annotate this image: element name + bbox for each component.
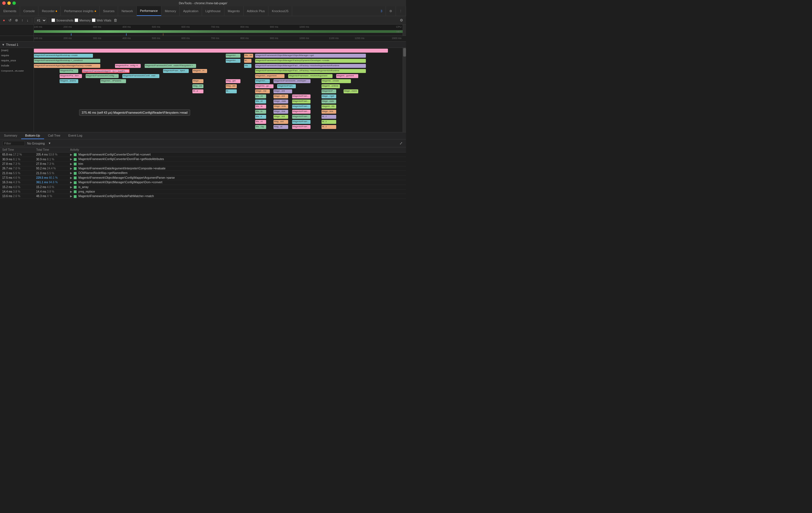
grouping-arrow[interactable]: ▼ — [47, 141, 52, 145]
flame-block-mage-ime[interactable]: Mage...ime — [273, 110, 288, 114]
expand-row-button[interactable]: ▶ — [70, 158, 72, 161]
tab-summary[interactable]: Summary — [0, 132, 21, 139]
flame-block-solve-arg-2[interactable]: Magento\Framew...olvedArgument — [292, 115, 311, 119]
webvitals-checkbox[interactable] — [92, 18, 95, 22]
expand-panel-button[interactable]: ⤢ — [398, 140, 404, 146]
tab-call-tree[interactable]: Call Tree — [44, 132, 64, 139]
flame-block-ma-ray[interactable]: Ma...ray — [255, 125, 266, 129]
expand-row-button[interactable]: ▶ — [70, 167, 72, 170]
flame-blocks-area[interactable]: Magento\Framework\App\Bootstrap::create … — [34, 48, 403, 132]
close-button[interactable] — [2, 1, 6, 5]
tab-performance[interactable]: Performance — [137, 6, 162, 16]
capture-settings-button[interactable]: ⚙ — [399, 18, 404, 23]
flame-block-developer-create[interactable]: Magento\Framework\...eveloper->create — [273, 79, 311, 83]
flame-block-ma-e[interactable]: Ma...e — [255, 115, 266, 119]
flame-block-guments[interactable]: Magento...guments — [255, 84, 273, 88]
flame-block-mage-eate2[interactable]: Mage...eate — [321, 100, 336, 104]
flame-block-ntime-2[interactable]: Magent...untime — [321, 84, 340, 88]
flame-block-ct-mgr-get[interactable]: Magento\Framew...ctManager->get — [292, 94, 311, 99]
window-controls[interactable] — [0, 1, 16, 5]
table-row[interactable]: 16.3 ms 4.3 %361.1 ms 94.6 % ▶ Magento\F… — [0, 180, 406, 185]
download-button[interactable]: ↓ — [25, 18, 30, 23]
flame-block-nparams[interactable]: Magento\...nParams — [100, 79, 126, 83]
flame-block-argument[interactable]: Magento\...argument — [255, 74, 285, 78]
flame-block-gument[interactable]: Magent...gument — [336, 74, 358, 78]
clear-button[interactable]: ⊗ — [14, 18, 19, 23]
expand-row-button[interactable]: ▶ — [70, 186, 72, 189]
filter-input[interactable] — [2, 141, 25, 146]
table-row[interactable]: 30.9 ms 8.1 %30.9 ms 8.1 % ▶ Magento\Fra… — [0, 157, 406, 161]
settings-icon[interactable]: ⚙ — [386, 6, 396, 16]
flame-block-mag-get[interactable]: Mag...get — [226, 79, 240, 83]
tab-recorder[interactable]: Recorder — [38, 6, 61, 16]
flame-block-mt[interactable]: M...t — [321, 115, 336, 119]
thread-expand-icon[interactable]: ▼ — [2, 43, 5, 46]
table-row[interactable]: 13.6 ms 2.6 %48.3 ms X % ▶ Magento\Frame… — [0, 194, 406, 198]
flame-block-create[interactable]: Magento\...>create — [226, 59, 240, 63]
tab-adblock[interactable]: Adblock Plus — [243, 6, 269, 16]
devtools-notif[interactable]: 3 — [377, 6, 386, 16]
expand-row-button[interactable]: ▶ — [70, 162, 72, 165]
flame-block-config-load[interactable]: Magento\Fra...onfig->load — [115, 64, 141, 68]
tab-magento[interactable]: Magento — [224, 6, 243, 16]
screenshots-checkbox-label[interactable]: Screenshots — [51, 18, 74, 22]
th-activity[interactable]: Activity — [68, 147, 406, 153]
table-row[interactable]: 15.2 ms 4.0 %15.2 ms 4.0 % ▶ is_array — [0, 185, 406, 189]
flame-block-mag-ize[interactable]: Mag...ize — [193, 84, 203, 88]
tab-event-log[interactable]: Event Log — [64, 132, 86, 139]
flame-block-config-load-2[interactable]: Magento\Framework\Config->load — [86, 74, 119, 78]
flame-block-mage-ent-2[interactable]: Mage...ent — [273, 115, 288, 119]
more-icon[interactable]: ⋮ — [396, 6, 406, 16]
scrollbar-thumb[interactable] — [403, 48, 406, 57]
flame-block-mage-eate[interactable]: Mage...eate — [273, 100, 288, 104]
tab-memory[interactable]: Memory — [161, 6, 180, 16]
flame-block-ments[interactable]: Magent...ments — [193, 69, 207, 73]
flame-block-objmanager[interactable]: Magento\Fram...bjectManager — [163, 69, 189, 73]
flame-block-load-primary-config[interactable]: Magento\Framework\App\O...ry->_loadPrima… — [82, 69, 130, 73]
flame-block-ma-te[interactable]: Ma...te — [255, 105, 266, 109]
flame-block-mag-ate[interactable]: Mag...ate — [226, 84, 237, 88]
tab-network[interactable]: Network — [118, 6, 137, 16]
flame-block-dynamic-developer[interactable]: Magento\Framework\ObjectManager\Factory\… — [255, 59, 366, 63]
tab-lighthouse[interactable]: Lighthouse — [202, 6, 224, 16]
memory-checkbox[interactable] — [75, 18, 78, 22]
flame-block-create-2[interactable]: Magento\...>create — [255, 79, 270, 83]
flame-block-ma-nt[interactable]: Ma...nt — [255, 94, 266, 99]
flame-block-objmanfactory[interactable]: Magento\Framework\App\ObjectManagerFacto… — [34, 64, 100, 68]
table-row[interactable]: 21.0 ms 5.5 %21.0 ms 5.5 % ▶ DOMNamedNod… — [0, 171, 406, 176]
flame-block-mt-2[interactable]: M...t — [321, 120, 336, 124]
tab-elements[interactable]: Elements — [0, 6, 20, 16]
flame-block-entsInRuntime[interactable]: Magento\Framew...entsInRuntime — [292, 110, 311, 114]
flame-block-tten-params[interactable]: Magento\Fra...ttenParams — [60, 74, 82, 78]
flame-block-ma-et[interactable]: Ma...et — [255, 100, 266, 104]
table-row[interactable]: 14.4 ms 3.8 %14.4 ms 3.8 % ▶ preg_replac… — [0, 189, 406, 194]
table-row[interactable]: 17.5 ms 4.6 %229.5 ms 60.1 % ▶ Magento\F… — [0, 176, 406, 180]
tab-perf-insights[interactable]: Performance insights — [61, 6, 99, 16]
flame-block-mag-et[interactable]: Mag...et — [273, 125, 288, 129]
minimize-button[interactable] — [7, 1, 11, 5]
table-row[interactable]: 27.8 ms 7.3 %27.8 ms 7.3 % ▶ trim — [0, 161, 406, 166]
th-self-time[interactable]: Self Time — [0, 147, 34, 153]
flame-block-create-3[interactable]: Magento...create — [321, 79, 351, 83]
flame-block-get-2[interactable]: Mage...>get — [321, 94, 336, 99]
flame-block-ent[interactable]: Mage...ent — [273, 89, 292, 93]
flame-block-ma-nt-2[interactable]: Ma...nt — [255, 120, 266, 124]
history-select[interactable]: #1 — [34, 18, 47, 23]
tab-application[interactable]: Application — [180, 6, 202, 16]
th-total-time[interactable]: Total Time — [34, 147, 68, 153]
flame-block-runtime[interactable]: Magento\Framework\...entsInRuntime — [277, 84, 295, 88]
expand-row-button[interactable]: ▶ — [70, 190, 72, 193]
flame-block-objectmanager-get[interactable]: Magento\Framework\ObjectManager\ObjectMa… — [255, 54, 366, 58]
flame-block-main[interactable] — [34, 49, 388, 53]
flame-block-mag-ent[interactable]: Mag...ent — [273, 120, 288, 124]
expand-row-button[interactable]: ▶ — [70, 153, 72, 156]
expand-row-button[interactable]: ▶ — [70, 171, 72, 174]
flame-block-bootstrap-create[interactable]: Magento\Framework\App\Bootstrap::create — [34, 54, 93, 58]
flame-block-get-3[interactable]: Magento\Framew...->get — [292, 125, 311, 129]
flame-block-arams[interactable]: Magent...arams — [60, 79, 78, 83]
overview-scrollbar[interactable] — [403, 25, 406, 36]
flame-block-ime[interactable]: Mage...ime — [321, 110, 336, 114]
flame-block-resolve-args-runtime[interactable]: Magento\Framework\ObjectManager\Fact...c… — [255, 64, 366, 68]
flame-block-solve-arg[interactable]: Magento\Framew...olvedArgument — [321, 89, 336, 93]
tab-bottom-up[interactable]: Bottom-Up — [21, 132, 44, 139]
